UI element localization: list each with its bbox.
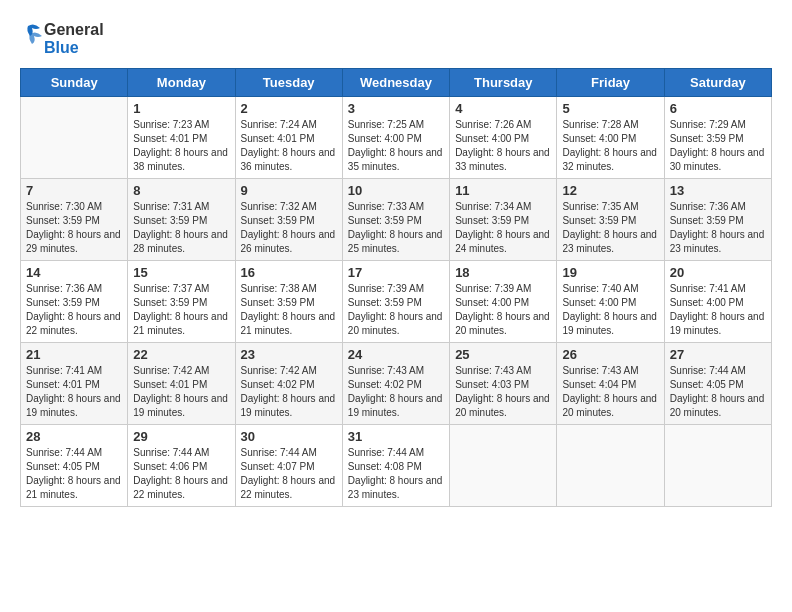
day-info: Sunrise: 7:44 AM Sunset: 4:05 PM Dayligh…	[670, 364, 766, 420]
calendar-cell: 20 Sunrise: 7:41 AM Sunset: 4:00 PM Dayl…	[664, 261, 771, 343]
calendar-cell: 6 Sunrise: 7:29 AM Sunset: 3:59 PM Dayli…	[664, 97, 771, 179]
logo-bird-icon	[20, 20, 42, 58]
sunrise-text: Sunrise: 7:30 AM	[26, 201, 102, 212]
sunset-text: Sunset: 4:04 PM	[562, 379, 636, 390]
daylight-text: Daylight: 8 hours and 19 minutes.	[241, 393, 336, 418]
day-info: Sunrise: 7:34 AM Sunset: 3:59 PM Dayligh…	[455, 200, 551, 256]
sunset-text: Sunset: 4:00 PM	[455, 133, 529, 144]
calendar-week-row: 21 Sunrise: 7:41 AM Sunset: 4:01 PM Dayl…	[21, 343, 772, 425]
sunset-text: Sunset: 3:59 PM	[348, 297, 422, 308]
calendar-day-header: Friday	[557, 69, 664, 97]
sunrise-text: Sunrise: 7:41 AM	[670, 283, 746, 294]
daylight-text: Daylight: 8 hours and 26 minutes.	[241, 229, 336, 254]
day-number: 25	[455, 347, 551, 362]
daylight-text: Daylight: 8 hours and 29 minutes.	[26, 229, 121, 254]
sunrise-text: Sunrise: 7:36 AM	[670, 201, 746, 212]
sunrise-text: Sunrise: 7:39 AM	[348, 283, 424, 294]
calendar-cell: 11 Sunrise: 7:34 AM Sunset: 3:59 PM Dayl…	[450, 179, 557, 261]
day-info: Sunrise: 7:33 AM Sunset: 3:59 PM Dayligh…	[348, 200, 444, 256]
calendar-day-header: Wednesday	[342, 69, 449, 97]
sunset-text: Sunset: 4:03 PM	[455, 379, 529, 390]
day-number: 12	[562, 183, 658, 198]
calendar-cell: 15 Sunrise: 7:37 AM Sunset: 3:59 PM Dayl…	[128, 261, 235, 343]
calendar-cell: 24 Sunrise: 7:43 AM Sunset: 4:02 PM Dayl…	[342, 343, 449, 425]
daylight-text: Daylight: 8 hours and 20 minutes.	[562, 393, 657, 418]
calendar-cell: 26 Sunrise: 7:43 AM Sunset: 4:04 PM Dayl…	[557, 343, 664, 425]
day-number: 1	[133, 101, 229, 116]
sunset-text: Sunset: 3:59 PM	[562, 215, 636, 226]
day-info: Sunrise: 7:31 AM Sunset: 3:59 PM Dayligh…	[133, 200, 229, 256]
calendar-cell: 18 Sunrise: 7:39 AM Sunset: 4:00 PM Dayl…	[450, 261, 557, 343]
calendar-cell: 22 Sunrise: 7:42 AM Sunset: 4:01 PM Dayl…	[128, 343, 235, 425]
daylight-text: Daylight: 8 hours and 35 minutes.	[348, 147, 443, 172]
daylight-text: Daylight: 8 hours and 32 minutes.	[562, 147, 657, 172]
day-info: Sunrise: 7:39 AM Sunset: 3:59 PM Dayligh…	[348, 282, 444, 338]
logo-container: General Blue	[20, 20, 104, 58]
day-number: 7	[26, 183, 122, 198]
calendar-cell: 10 Sunrise: 7:33 AM Sunset: 3:59 PM Dayl…	[342, 179, 449, 261]
sunset-text: Sunset: 3:59 PM	[670, 133, 744, 144]
sunset-text: Sunset: 3:59 PM	[670, 215, 744, 226]
day-number: 14	[26, 265, 122, 280]
daylight-text: Daylight: 8 hours and 21 minutes.	[26, 475, 121, 500]
day-info: Sunrise: 7:36 AM Sunset: 3:59 PM Dayligh…	[670, 200, 766, 256]
calendar-week-row: 28 Sunrise: 7:44 AM Sunset: 4:05 PM Dayl…	[21, 425, 772, 507]
calendar-cell: 5 Sunrise: 7:28 AM Sunset: 4:00 PM Dayli…	[557, 97, 664, 179]
daylight-text: Daylight: 8 hours and 20 minutes.	[455, 393, 550, 418]
day-number: 26	[562, 347, 658, 362]
calendar-cell: 8 Sunrise: 7:31 AM Sunset: 3:59 PM Dayli…	[128, 179, 235, 261]
daylight-text: Daylight: 8 hours and 25 minutes.	[348, 229, 443, 254]
day-info: Sunrise: 7:39 AM Sunset: 4:00 PM Dayligh…	[455, 282, 551, 338]
day-info: Sunrise: 7:42 AM Sunset: 4:01 PM Dayligh…	[133, 364, 229, 420]
day-number: 8	[133, 183, 229, 198]
sunset-text: Sunset: 4:00 PM	[455, 297, 529, 308]
daylight-text: Daylight: 8 hours and 19 minutes.	[26, 393, 121, 418]
day-info: Sunrise: 7:38 AM Sunset: 3:59 PM Dayligh…	[241, 282, 337, 338]
daylight-text: Daylight: 8 hours and 22 minutes.	[26, 311, 121, 336]
sunrise-text: Sunrise: 7:34 AM	[455, 201, 531, 212]
daylight-text: Daylight: 8 hours and 20 minutes.	[455, 311, 550, 336]
sunset-text: Sunset: 3:59 PM	[133, 215, 207, 226]
day-info: Sunrise: 7:28 AM Sunset: 4:00 PM Dayligh…	[562, 118, 658, 174]
calendar-cell: 23 Sunrise: 7:42 AM Sunset: 4:02 PM Dayl…	[235, 343, 342, 425]
daylight-text: Daylight: 8 hours and 20 minutes.	[670, 393, 765, 418]
calendar-cell: 31 Sunrise: 7:44 AM Sunset: 4:08 PM Dayl…	[342, 425, 449, 507]
calendar-cell: 28 Sunrise: 7:44 AM Sunset: 4:05 PM Dayl…	[21, 425, 128, 507]
daylight-text: Daylight: 8 hours and 23 minutes.	[670, 229, 765, 254]
day-info: Sunrise: 7:40 AM Sunset: 4:00 PM Dayligh…	[562, 282, 658, 338]
calendar-cell	[664, 425, 771, 507]
day-info: Sunrise: 7:42 AM Sunset: 4:02 PM Dayligh…	[241, 364, 337, 420]
sunset-text: Sunset: 3:59 PM	[348, 215, 422, 226]
sunrise-text: Sunrise: 7:25 AM	[348, 119, 424, 130]
day-info: Sunrise: 7:32 AM Sunset: 3:59 PM Dayligh…	[241, 200, 337, 256]
day-number: 27	[670, 347, 766, 362]
calendar-table: SundayMondayTuesdayWednesdayThursdayFrid…	[20, 68, 772, 507]
day-info: Sunrise: 7:41 AM Sunset: 4:00 PM Dayligh…	[670, 282, 766, 338]
sunset-text: Sunset: 4:00 PM	[348, 133, 422, 144]
day-number: 6	[670, 101, 766, 116]
day-number: 30	[241, 429, 337, 444]
sunrise-text: Sunrise: 7:44 AM	[670, 365, 746, 376]
sunset-text: Sunset: 4:06 PM	[133, 461, 207, 472]
day-info: Sunrise: 7:43 AM Sunset: 4:04 PM Dayligh…	[562, 364, 658, 420]
sunrise-text: Sunrise: 7:28 AM	[562, 119, 638, 130]
day-number: 22	[133, 347, 229, 362]
sunrise-text: Sunrise: 7:43 AM	[348, 365, 424, 376]
day-number: 24	[348, 347, 444, 362]
day-info: Sunrise: 7:44 AM Sunset: 4:06 PM Dayligh…	[133, 446, 229, 502]
sunset-text: Sunset: 4:02 PM	[241, 379, 315, 390]
calendar-cell: 13 Sunrise: 7:36 AM Sunset: 3:59 PM Dayl…	[664, 179, 771, 261]
calendar-cell: 14 Sunrise: 7:36 AM Sunset: 3:59 PM Dayl…	[21, 261, 128, 343]
calendar-cell: 9 Sunrise: 7:32 AM Sunset: 3:59 PM Dayli…	[235, 179, 342, 261]
day-number: 31	[348, 429, 444, 444]
day-number: 13	[670, 183, 766, 198]
sunset-text: Sunset: 4:00 PM	[562, 133, 636, 144]
sunrise-text: Sunrise: 7:42 AM	[133, 365, 209, 376]
sunrise-text: Sunrise: 7:24 AM	[241, 119, 317, 130]
logo-blue: Blue	[44, 39, 104, 57]
calendar-cell: 4 Sunrise: 7:26 AM Sunset: 4:00 PM Dayli…	[450, 97, 557, 179]
calendar-cell: 3 Sunrise: 7:25 AM Sunset: 4:00 PM Dayli…	[342, 97, 449, 179]
calendar-cell	[557, 425, 664, 507]
daylight-text: Daylight: 8 hours and 21 minutes.	[133, 311, 228, 336]
calendar-cell	[21, 97, 128, 179]
